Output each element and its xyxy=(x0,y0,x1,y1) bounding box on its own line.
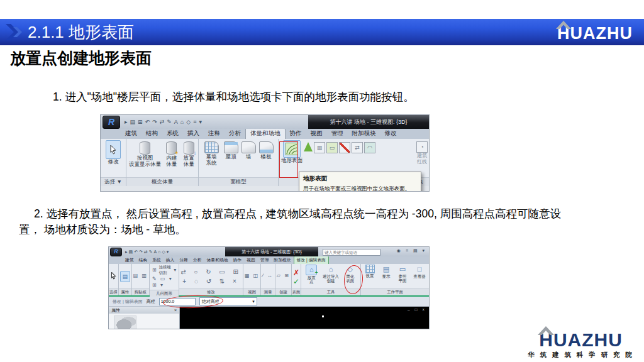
ribbon-tab[interactable]: 修改 xyxy=(380,129,401,139)
select-panel-label[interactable]: 选择 ▼ xyxy=(101,177,126,186)
ribbon-tab[interactable]: 视图 xyxy=(306,129,327,139)
show-mass-button[interactable]: 按视图 设置显示体量 xyxy=(128,140,162,168)
ribbon-tab[interactable]: 协作 xyxy=(231,256,245,264)
properties-panel-label[interactable]: 属性 xyxy=(119,288,131,295)
ribbon-tab[interactable]: 插入 xyxy=(164,256,177,264)
property-line-icon[interactable] xyxy=(339,142,350,153)
geo-caret-icon[interactable]: ▾ xyxy=(174,267,177,273)
ribbon-tab[interactable]: 系统 xyxy=(162,129,183,139)
place-point-button[interactable]: ⌂ + 放置 点 xyxy=(303,265,321,285)
ribbon-tab[interactable]: 系统 xyxy=(150,256,164,264)
roof-button[interactable]: 屋顶 xyxy=(222,140,240,160)
create-from-import-button[interactable]: ⌂ 通过导入 创建 xyxy=(322,265,340,283)
finish-surface-icon[interactable]: ✓ xyxy=(293,278,299,285)
modify-icons-row1[interactable]: ⇄ ○ ↻ ▭ ⊞ xyxy=(180,268,242,276)
wall-button[interactable]: 墙 xyxy=(241,140,256,160)
revit-logo[interactable]: R xyxy=(103,116,120,129)
curtain-system-button[interactable]: 幕墙 系统 xyxy=(202,140,221,167)
ribbon-tab[interactable]: 分析 xyxy=(225,129,245,139)
qat-caret-icon[interactable]: ▾ xyxy=(199,119,202,125)
viewer-button[interactable]: □ 查看器 xyxy=(411,265,428,278)
floor-button[interactable]: 楼板 xyxy=(257,140,275,160)
site-component-icon[interactable] xyxy=(304,142,313,151)
minimize-icon[interactable]: – xyxy=(408,307,412,312)
save-icon[interactable]: ▤ xyxy=(130,119,136,125)
split-surface-icon[interactable]: ⇄ xyxy=(352,142,363,153)
ribbon-tab[interactable]: 注释 xyxy=(204,129,225,139)
geometry-icons-row3[interactable]: ⊞ ▾ xyxy=(152,282,164,288)
subregion-icon[interactable]: ◠ xyxy=(364,142,375,153)
view-window-controls[interactable]: – □ × xyxy=(408,307,426,312)
ribbon-tab[interactable]: 修改 | 编辑表面 xyxy=(294,256,329,264)
toposurface-button[interactable]: 地形表面 xyxy=(281,140,303,164)
tools-panel-label[interactable]: 工具 xyxy=(301,288,360,295)
draw-icon[interactable]: ✎ xyxy=(167,119,172,125)
section-icon[interactable]: ◇ xyxy=(186,119,191,125)
view-icons[interactable]: ▦ ◫ xyxy=(245,273,259,279)
ribbon-tab[interactable]: 注释 xyxy=(177,256,191,264)
titlebar-icons[interactable]: ◉ ≡ ▤ ▾ xyxy=(397,248,426,253)
create-panel-label[interactable]: 创建 xyxy=(275,288,291,295)
cope-label[interactable]: 连接端切割 xyxy=(159,265,172,276)
elevation-input[interactable] xyxy=(159,298,196,305)
close-icon[interactable]: × xyxy=(174,308,177,312)
ribbon-tab[interactable]: 协作 xyxy=(286,129,306,139)
restore-icon[interactable]: □ xyxy=(414,307,419,312)
view-list-icon[interactable]: ≡ xyxy=(193,119,196,125)
inplace-mass-button[interactable]: ✶ 内建 体量 xyxy=(164,140,180,168)
elevation-type-dropdown[interactable]: 绝对高程 ▾ xyxy=(199,297,257,305)
measure-icons[interactable]: ∕ ↔ xyxy=(262,273,274,279)
redo-icon[interactable]: ↷ xyxy=(152,119,157,125)
text-icon[interactable]: A xyxy=(174,119,178,125)
cope-icon[interactable]: ⊞ xyxy=(152,267,158,273)
revit-logo[interactable]: R xyxy=(110,248,122,256)
modify-button[interactable]: 修改 xyxy=(106,140,121,165)
properties-icon[interactable]: ▤ xyxy=(120,271,130,282)
building-line-button[interactable]: ◔ 建筑 红线 xyxy=(416,140,428,165)
surface-panel-label[interactable]: 表面 xyxy=(292,288,301,295)
parking-component-icon[interactable]: ▥ xyxy=(314,142,325,153)
geometry-icons-row2[interactable]: ✎ ▭ ▾ xyxy=(152,276,173,282)
ribbon-tab[interactable]: 管理 xyxy=(327,129,348,139)
geometry-panel-label[interactable]: 几何图形 xyxy=(150,290,179,297)
quick-access-toolbar[interactable]: ▸▤↶↷⇄✎A⌂◇▾ xyxy=(123,250,172,255)
ribbon-tab[interactable]: 结构 xyxy=(136,256,150,264)
open-icon[interactable]: ▸ xyxy=(125,119,128,125)
cancel-surface-icon[interactable]: ✗ xyxy=(293,269,299,277)
ribbon-tab[interactable]: 体量和场地 xyxy=(204,256,231,264)
view-panel-label[interactable]: 视图 xyxy=(243,288,260,295)
select-panel-label[interactable]: 选择 ▼ xyxy=(109,288,118,295)
help-search-input[interactable] xyxy=(323,249,380,256)
ribbon-tab[interactable]: 体量和场地 xyxy=(245,128,286,139)
ribbon-tab[interactable]: 附加模块 xyxy=(271,256,293,264)
simplify-surface-button[interactable]: ◇ 简化 表面 xyxy=(341,265,359,283)
clipboard-panel-label[interactable]: 剪贴板 xyxy=(132,288,149,295)
ribbon-tab[interactable]: 建筑 xyxy=(123,256,136,264)
measure-icon[interactable]: ⇄ xyxy=(160,119,165,125)
ribbon-tab[interactable]: 附加模块 xyxy=(348,129,380,139)
ribbon-tab[interactable]: 分析 xyxy=(191,256,204,264)
place-mass-button[interactable]: ↓ 放置 体量 xyxy=(180,140,197,168)
ribbon-tab[interactable]: 插入 xyxy=(183,129,204,139)
set-workplane-button[interactable]: 设置 xyxy=(362,265,377,278)
undo-icon[interactable]: ↶ xyxy=(145,119,150,125)
clipboard-icons[interactable]: ▤ ▥ xyxy=(133,273,148,279)
face-panel-label[interactable]: 面模型 xyxy=(199,177,278,186)
modify-panel-label[interactable]: 修改 xyxy=(179,288,243,295)
ribbon-tab[interactable]: 结构 xyxy=(142,129,162,139)
create-icons[interactable]: ▱ ⊞ xyxy=(277,273,290,279)
cursor-icon[interactable] xyxy=(111,271,116,282)
workplane-panel-label[interactable]: 工作平面 xyxy=(361,288,429,295)
measure-panel-label[interactable]: 测量 xyxy=(261,288,275,295)
3d-viewport[interactable]: – □ × xyxy=(180,307,429,329)
building-pad-icon[interactable]: ▭ xyxy=(326,142,338,153)
show-workplane-button[interactable]: ▤ 显示 xyxy=(379,265,394,278)
ribbon-tab[interactable]: 视图 xyxy=(244,256,258,264)
close-icon[interactable]: × xyxy=(422,307,426,312)
home-view-icon[interactable]: ⌂ xyxy=(180,119,184,125)
ribbon-tab[interactable]: 建筑 xyxy=(121,129,142,139)
ribbon-tab[interactable]: 管理 xyxy=(258,256,272,264)
ref-plane-button[interactable]: ▭ 参照 平面 xyxy=(395,265,410,283)
print-icon[interactable]: ⊞ xyxy=(138,119,143,125)
mass-panel-label[interactable]: 概念体量 xyxy=(126,177,198,186)
